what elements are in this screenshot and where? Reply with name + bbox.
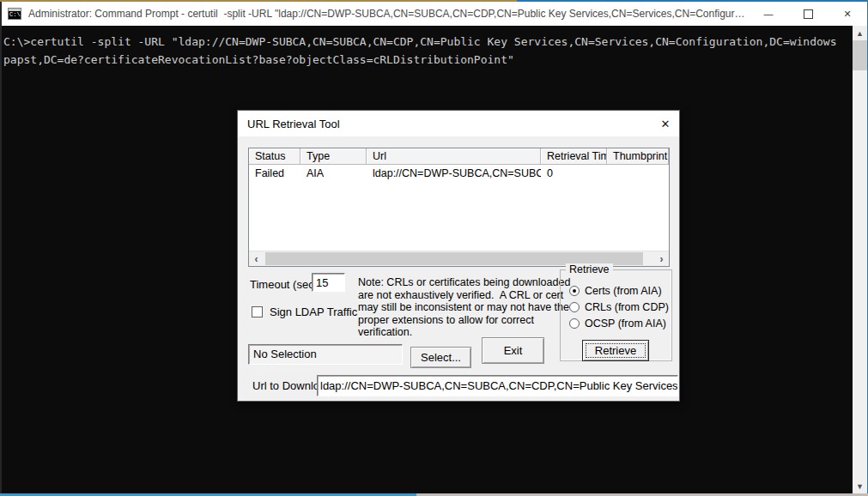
radio-label: OCSP (from AIA): [585, 318, 666, 330]
cell-status: Failed: [249, 165, 300, 181]
maximize-icon: [804, 9, 813, 19]
cell-retrieval-time: 0: [541, 165, 607, 181]
column-header-retrieval-time[interactable]: Retrieval Time: [541, 148, 607, 165]
retrieve-group-label: Retrieve: [566, 263, 613, 275]
dialog-title: URL Retrieval Tool: [238, 118, 652, 130]
scroll-right-button[interactable]: ›: [654, 251, 669, 266]
focus-rectangle: [586, 343, 646, 358]
url-list-view: Status Type Url Retrieval Time Thumbprin…: [248, 148, 670, 267]
radio-certs-from-aia[interactable]: Certs (from AIA): [569, 285, 662, 297]
radio-label: Certs (from AIA): [585, 285, 662, 297]
minimize-button[interactable]: —: [749, 2, 788, 26]
note-line: Note: CRLs or certificates being downloa…: [358, 276, 564, 289]
timeout-input[interactable]: [312, 273, 345, 292]
note-line: may still be inconsistent or may not hav…: [358, 301, 564, 314]
scroll-up-icon: ▲: [856, 29, 864, 38]
exit-button[interactable]: Exit: [482, 337, 544, 364]
exit-button-label: Exit: [504, 344, 523, 357]
sign-ldap-checkbox[interactable]: [252, 306, 263, 318]
column-header-url[interactable]: Url: [367, 148, 541, 165]
scroll-left-icon: ‹: [255, 253, 258, 265]
url-to-download-input[interactable]: ldap://CN=DWP-SUBCA,CN=SUBCA,CN=CDP,CN=P…: [317, 375, 678, 396]
scroll-up-button[interactable]: ▲: [853, 26, 867, 40]
table-row[interactable]: Failed AIA ldap://CN=DWP-SUBCA,CN=SUBCA.…: [249, 165, 669, 181]
close-button[interactable]: ✕: [828, 2, 867, 26]
note-text: Note: CRLs or certificates being downloa…: [358, 276, 564, 339]
command-prompt-window: Administrator: Command Prompt - certutil…: [0, 0, 868, 496]
console-window-title: Administrator: Command Prompt - certutil…: [28, 8, 749, 20]
note-line: proper extensions to allow for correct: [358, 314, 564, 327]
maximize-button[interactable]: [788, 2, 828, 26]
retrieve-button[interactable]: Retrieve: [582, 340, 649, 361]
radio-button: [569, 318, 580, 329]
radio-label: CRLs (from CDP): [585, 301, 669, 313]
cmd-icon: [8, 8, 21, 20]
scroll-down-button[interactable]: ▼: [853, 479, 867, 493]
scroll-left-button[interactable]: ‹: [249, 251, 264, 266]
console-command-line-1: C:\>certutil -split -URL "ldap://CN=DWP-…: [3, 33, 852, 51]
dialog-close-button[interactable]: ✕: [652, 111, 679, 136]
dialog-close-icon: ✕: [661, 118, 671, 130]
cell-thumbprint: [607, 165, 669, 181]
scroll-down-icon: ▼: [856, 482, 864, 491]
radio-button: [569, 302, 580, 312]
radio-button: [569, 286, 580, 296]
url-retrieval-tool-dialog: URL Retrieval Tool ✕ Status Type Url Ret…: [237, 110, 680, 402]
minimize-icon: —: [764, 9, 774, 19]
console-command-line-2: papst,DC=de?certificateRevocationList?ba…: [3, 51, 852, 69]
timeout-label: Timeout (sec): [250, 278, 318, 291]
list-header-row: Status Type Url Retrieval Time Thumbprin…: [249, 148, 669, 165]
console-titlebar[interactable]: Administrator: Command Prompt - certutil…: [2, 2, 867, 26]
radio-ocsp-from-aia[interactable]: OCSP (from AIA): [569, 318, 666, 330]
cell-type: AIA: [300, 165, 367, 181]
radio-crls-from-cdp[interactable]: CRLs (from CDP): [569, 301, 669, 313]
retrieve-groupbox: Retrieve Certs (from AIA) CRLs (from CDP…: [560, 269, 672, 361]
column-header-type[interactable]: Type: [300, 148, 367, 165]
scroll-right-icon: ›: [660, 253, 664, 265]
select-button-label: Select...: [421, 351, 461, 364]
close-icon: ✕: [843, 9, 851, 19]
cell-url: ldap://CN=DWP-SUBCA,CN=SUBCA...: [367, 165, 541, 181]
column-header-status[interactable]: Status: [249, 148, 300, 165]
column-header-thumbprint[interactable]: Thumbprint: [607, 148, 669, 165]
dialog-titlebar[interactable]: URL Retrieval Tool ✕: [238, 111, 679, 136]
sign-ldap-label: Sign LDAP Traffic: [270, 305, 357, 318]
select-button[interactable]: Select...: [410, 347, 471, 368]
scrollbar-thumb[interactable]: [853, 40, 867, 70]
selection-field: No Selection: [248, 344, 403, 365]
note-line: are not exhaustively verified. A CRL or …: [358, 289, 564, 302]
console-vertical-scrollbar[interactable]: ▲ ▼: [853, 26, 867, 493]
